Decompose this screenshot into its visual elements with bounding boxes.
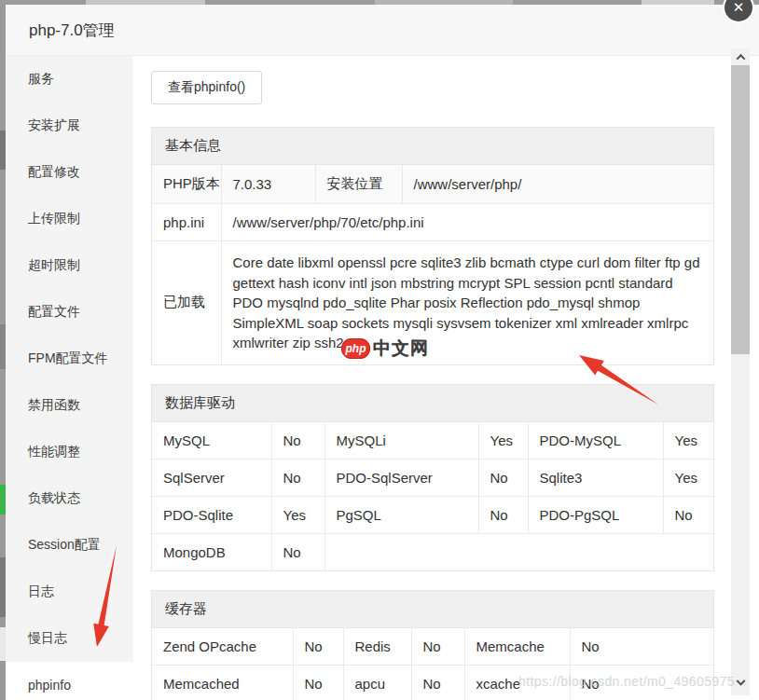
table-row: MySQL No MySQLi Yes PDO-MySQL Yes [152,422,713,460]
php-ini-label: php.ini [152,204,221,241]
driver-name: PgSQL [324,496,478,533]
sidebar-item-log[interactable]: 日志 [6,569,133,615]
site-watermark: php 中文网 [341,336,429,361]
table-row: SqlServer No PDO-SqlServer No Sqlite3 Ye… [152,459,713,496]
basic-info-table: 基本信息 PHP版本 7.0.33 安装位置 /www/server/php/ … [151,127,714,365]
driver-name: Sqlite3 [528,459,663,496]
sidebar-item-config-file[interactable]: 配置文件 [6,289,133,336]
scroll-up-button[interactable] [731,48,750,65]
sidebar: 服务 安装扩展 配置修改 上传限制 超时限制 配置文件 FPM配置文件 禁用函数… [6,56,133,700]
sidebar-item-slow-log[interactable]: 慢日志 [6,615,133,662]
php-version-label: PHP版本 [152,165,221,204]
sidebar-item-timeout[interactable]: 超时限制 [6,242,133,289]
driver-name: PDO-SqlServer [324,459,478,496]
chevron-down-icon [736,676,745,685]
dialog-titlebar: php-7.0管理 [6,5,759,56]
db-drivers-table: 数据库驱动 MySQL No MySQLi Yes PDO-MySQL Yes … [151,384,714,571]
sidebar-item-install-ext[interactable]: 安装扩展 [6,103,133,149]
sidebar-item-service[interactable]: 服务 [6,56,133,103]
view-phpinfo-button[interactable]: 查看phpinfo() [151,71,262,104]
empty-cell [324,533,713,570]
loaded-label: 已加载 [152,241,221,364]
driver-status: No [271,533,324,570]
driver-status: Yes [271,496,324,533]
driver-name: PDO-PgSQL [528,496,663,533]
table-row: 已加载 Core date libxml openssl pcre sqlite… [152,241,713,364]
table-row: MongoDB No [152,533,713,570]
cache-name: Memcache [464,628,570,666]
table-row: PDO-Sqlite Yes PgSQL No PDO-PgSQL No [152,496,713,533]
db-drivers-title: 数据库驱动 [152,385,713,422]
cache-status: No [293,628,343,666]
php-version-value: 7.0.33 [221,165,315,204]
driver-name: MongoDB [152,533,271,570]
driver-status: No [271,422,324,460]
table-row: PHP版本 7.0.33 安装位置 /www/server/php/ [152,165,713,204]
driver-status: Yes [478,422,528,460]
driver-name: PDO-Sqlite [152,496,271,533]
sidebar-item-fpm-config[interactable]: FPM配置文件 [6,336,133,382]
cache-name: apcu [343,665,411,700]
driver-name: MySQL [152,422,271,460]
close-icon: ✕ [733,0,745,16]
cache-status: No [411,665,464,700]
driver-status: No [478,459,528,496]
driver-status: No [271,459,324,496]
cache-name: Redis [343,628,411,666]
driver-status: No [478,496,528,533]
content-panel: 查看phpinfo() 基本信息 PHP版本 7.0.33 安装位置 /www/… [133,56,759,700]
install-path-label: 安装位置 [315,165,402,204]
driver-name: SqlServer [152,459,271,496]
csdn-watermark-text: https://blog.csdn.net/m0_49605975 [518,674,735,689]
php-ini-value: /www/server/php/70/etc/php.ini [221,204,713,241]
cache-status: No [570,628,713,666]
php-logo-icon: php [341,338,370,359]
driver-name: PDO-MySQL [528,422,663,460]
sidebar-item-phpinfo[interactable]: phpinfo [6,662,133,700]
site-watermark-text: 中文网 [373,336,429,361]
cache-title: 缓存器 [152,591,713,628]
sidebar-item-load-status[interactable]: 负载状态 [6,475,133,522]
scrollbar-thumb[interactable] [731,65,750,354]
sidebar-item-config-edit[interactable]: 配置修改 [6,149,133,196]
driver-status: Yes [663,422,713,460]
cache-status: No [411,628,464,666]
loaded-modules: Core date libxml openssl pcre sqlite3 zl… [221,241,713,364]
install-path-value: /www/server/php/ [402,165,713,204]
sidebar-item-disabled-fn[interactable]: 禁用函数 [6,382,133,429]
table-row: php.ini /www/server/php/70/etc/php.ini [152,204,713,241]
sidebar-item-upload-limit[interactable]: 上传限制 [6,196,133,242]
dialog-title: php-7.0管理 [29,20,115,41]
cache-name: Zend OPcache [152,628,293,666]
driver-status: Yes [663,459,713,496]
cache-name: Memcached [152,665,293,700]
sidebar-item-performance[interactable]: 性能调整 [6,429,133,475]
vertical-scrollbar[interactable] [731,48,750,695]
sidebar-item-session[interactable]: Session配置 [6,522,133,569]
chevron-up-icon [736,53,745,62]
basic-info-title: 基本信息 [152,128,713,165]
table-row: Zend OPcache No Redis No Memcache No [152,628,713,666]
driver-name: MySQLi [324,422,478,460]
cache-status: No [293,665,343,700]
driver-status: No [663,496,713,533]
